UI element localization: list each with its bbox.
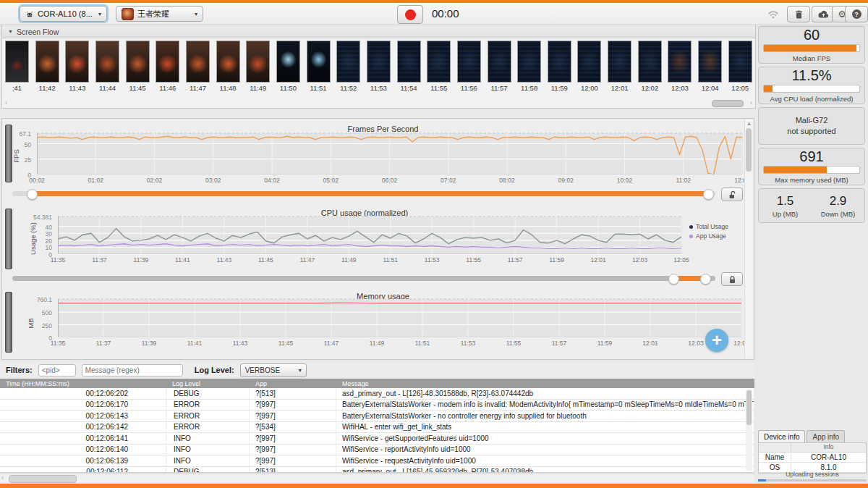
- fps-unlock-button[interactable]: [721, 188, 743, 201]
- y-axis-tick-label: 10: [46, 244, 52, 251]
- screen-flow-thumbnail[interactable]: :41: [5, 41, 29, 94]
- log-header-level: Log Level: [166, 380, 250, 387]
- screen-flow-thumbnail[interactable]: 12:00: [577, 41, 601, 94]
- thumbnail-image: [517, 41, 541, 83]
- slider-right-knob[interactable]: [703, 189, 714, 200]
- screen-flow-thumbnail[interactable]: 11:57: [488, 41, 511, 94]
- screen-flow-thumbnail[interactable]: 11:59: [548, 41, 571, 94]
- scrollbar-handle[interactable]: [9, 475, 77, 483]
- log-level-cell: ERROR: [166, 400, 250, 411]
- thumbnail-timestamp: 11:58: [521, 84, 537, 92]
- log-row[interactable]: 00:12:06:170ERROR?[997]BatteryExternalSt…: [0, 400, 754, 411]
- screen-flow-thumbnail[interactable]: 11:51: [307, 41, 331, 94]
- device-info-panel: Device info App info Info NameCOR-AL10OS…: [758, 430, 867, 481]
- screen-flow-thumbnail[interactable]: 11:58: [517, 41, 541, 94]
- x-axis-tick-label: 11:49: [341, 256, 357, 264]
- device-selector-label: COR-AL10 (8...: [38, 9, 93, 18]
- tab-app-info[interactable]: App info: [807, 430, 845, 442]
- scroll-left-icon[interactable]: ‹: [1, 474, 4, 481]
- slider-left-knob[interactable]: [27, 189, 38, 200]
- help-button[interactable]: ?: [845, 6, 868, 22]
- memory-chart: Memory usage MB 760.15002500 11:3511:371…: [4, 287, 744, 357]
- log-row[interactable]: 00:12:06:140INFO?[997]WifiService - repo…: [0, 445, 754, 456]
- legend-entry: Total Usage: [689, 223, 728, 230]
- tab-device-info[interactable]: Device info: [758, 430, 805, 442]
- thumbnail-image: [307, 41, 331, 83]
- recording-timer: 00:00: [432, 7, 459, 20]
- screen-flow-thumbnail[interactable]: 11:55: [427, 41, 451, 94]
- screen-flow-scrollbar[interactable]: ‹ ›: [4, 99, 754, 106]
- screen-flow-thumbnail[interactable]: 11:49: [246, 41, 270, 94]
- max-memory-card: 691 Max memory used (MB): [758, 148, 865, 185]
- screen-flow-thumbnail[interactable]: 12:04: [698, 41, 722, 94]
- thumbnail-timestamp: 12:03: [671, 84, 689, 92]
- log-time-cell: 00:12:06:139: [0, 455, 166, 466]
- scrollbar-handle[interactable]: [712, 100, 744, 107]
- scroll-right-icon[interactable]: ›: [750, 99, 752, 106]
- thumbnail-timestamp: 11:56: [461, 84, 477, 92]
- slider-right-knob[interactable]: [700, 274, 711, 285]
- zoom-in-floating-button[interactable]: +: [705, 329, 728, 352]
- screen-flow-thumbnail[interactable]: 12:03: [668, 41, 692, 94]
- x-axis-tick-label: 10:02: [617, 177, 632, 184]
- log-vertical-scrollbar[interactable]: [746, 390, 752, 471]
- screen-flow-header[interactable]: ▼ Screen Flow: [2, 25, 755, 38]
- x-axis-tick-label: 11:37: [92, 256, 107, 264]
- screen-flow-thumbnail[interactable]: 11:48: [216, 41, 240, 94]
- pid-filter-input[interactable]: [38, 364, 76, 376]
- scroll-up-icon[interactable]: ▴: [745, 119, 753, 127]
- x-axis-tick-label: 11:43: [233, 340, 248, 347]
- cpu-y-axis: 54.381403020100: [22, 216, 55, 254]
- delete-session-button[interactable]: [787, 6, 810, 22]
- scrollbar-handle[interactable]: [746, 128, 752, 172]
- screen-flow-thumbnail[interactable]: 11:46: [156, 41, 179, 94]
- screen-flow-thumbnail[interactable]: 11:47: [186, 41, 210, 94]
- cpu-lock-button[interactable]: [721, 272, 743, 286]
- x-axis-tick-label: 04:02: [264, 177, 279, 184]
- chart-drag-handle[interactable]: [5, 292, 12, 353]
- log-level-dropdown[interactable]: VERBOSE ▾: [240, 363, 307, 377]
- screen-flow-thumbnail[interactable]: 11:42: [35, 41, 59, 94]
- screen-flow-thumbnail[interactable]: 11:44: [95, 41, 119, 94]
- charts-vertical-scrollbar[interactable]: ▴: [744, 119, 753, 358]
- x-axis-tick-label: 11:41: [175, 256, 190, 264]
- screen-flow-thumbnail[interactable]: 11:52: [336, 41, 360, 94]
- chart-drag-handle[interactable]: [5, 209, 12, 269]
- screen-flow-thumbnail[interactable]: 12:02: [638, 41, 662, 94]
- x-axis-tick-label: 12:01: [642, 340, 658, 347]
- slider-left-knob[interactable]: [668, 274, 679, 285]
- y-axis-tick-label: 760.1: [37, 296, 52, 303]
- log-row[interactable]: 00:12:06:143ERROR?[997]BatteryExternalSt…: [0, 411, 754, 422]
- screen-flow-thumbnail[interactable]: 11:45: [126, 41, 150, 94]
- screen-flow-thumbnail[interactable]: 11:54: [397, 41, 421, 94]
- slider-selected-range[interactable]: [31, 191, 710, 196]
- slider-track[interactable]: [12, 191, 715, 196]
- log-row[interactable]: 00:12:06:112DEBUG?[513]asd_primary_out -…: [0, 467, 754, 474]
- screen-flow-thumbnail[interactable]: 11:53: [367, 41, 391, 94]
- download-label: Down (MB): [812, 210, 864, 218]
- log-row[interactable]: 00:12:06:141INFO?[997]WifiService - getS…: [0, 433, 754, 445]
- scroll-left-icon[interactable]: ‹: [5, 99, 7, 106]
- log-app-cell: ?[997]: [250, 411, 336, 421]
- screen-flow-thumbnail[interactable]: 12:01: [608, 41, 631, 94]
- app-selector-dropdown[interactable]: 王者荣耀 ▾: [116, 6, 203, 22]
- app-icon: [122, 8, 134, 20]
- screen-flow-thumbnail[interactable]: 12:05: [728, 41, 752, 94]
- record-button[interactable]: [397, 5, 423, 24]
- info-column-header: Info: [791, 443, 866, 452]
- device-selector-dropdown[interactable]: COR-AL10 (8... ▾: [20, 6, 107, 22]
- thumbnail-image: [336, 41, 360, 83]
- message-filter-input[interactable]: [82, 364, 183, 376]
- screen-flow-thumbnail[interactable]: 11:56: [457, 41, 481, 94]
- log-row[interactable]: 00:12:06:139INFO?[997]WifiService - requ…: [0, 455, 754, 467]
- thumbnail-image: [65, 41, 89, 83]
- slider-track[interactable]: [12, 276, 715, 281]
- thumbnail-timestamp: 11:59: [551, 84, 568, 92]
- log-row[interactable]: 00:12:06:142ERROR?[534]WifiHAL - enter w…: [0, 422, 754, 434]
- scrollbar-handle[interactable]: [746, 390, 752, 425]
- log-row[interactable]: 00:12:06:202DEBUG?[513]asd_primary_out -…: [0, 388, 754, 400]
- screen-flow-thumbnail[interactable]: 11:50: [276, 41, 300, 94]
- log-horizontal-scrollbar[interactable]: ‹: [0, 474, 754, 483]
- thumbnail-timestamp: 11:49: [250, 84, 266, 92]
- screen-flow-thumbnail[interactable]: 11:43: [65, 41, 89, 94]
